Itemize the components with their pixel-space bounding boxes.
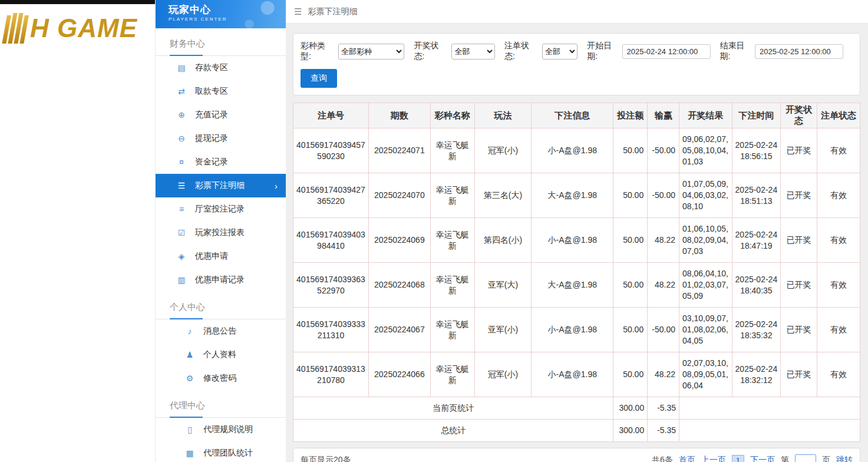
logo-bars-icon: [2, 13, 29, 44]
table-cell: 小-A盘@1.98: [532, 352, 613, 397]
hamburger-menu-icon[interactable]: ☰: [294, 6, 302, 17]
content: 彩种类型: 全部彩种 开奖状态: 全部 注单状态:: [286, 24, 868, 462]
prev-page-link[interactable]: 上一页: [701, 455, 726, 462]
sidebar-section-items: ▤ 存款专区 › ⇄ 取款专区 › ⊕ 充值记录 › ⊖ 提现记录 › ¤ 资金…: [156, 56, 286, 292]
table-cell: 01,06,10,05,08,02,09,04,07,03: [679, 218, 732, 263]
table-cell: 已开奖: [781, 308, 817, 352]
brand-column: H GAME: [0, 0, 156, 462]
summary-row: 总统计300.00-5.35: [293, 420, 860, 442]
table-cell: 48.22: [648, 352, 679, 397]
list-lines-icon: ≡: [177, 204, 186, 214]
table-cell: 2025-02-24 18:56:15: [732, 128, 781, 173]
table-cell: 2025-02-24 18:32:12: [732, 352, 781, 397]
table-cell: 48.22: [648, 263, 679, 308]
first-page-link[interactable]: 首页: [679, 455, 695, 462]
table-cell: 小-A盘@1.98: [532, 218, 613, 263]
chart-icon: ▦: [185, 448, 194, 458]
lottery-type-label: 彩种类型:: [301, 41, 335, 62]
table-cell: 401569174039457590230: [293, 128, 369, 173]
sidebar-item-promo-apply[interactable]: ◈ 优惠申请 ›: [156, 245, 286, 268]
column-header: 注单号: [293, 103, 369, 128]
sidebar-section: 个人中心 ♪ 消息公告 › ♟ 个人资料 › ⚙ 修改密码 ›: [156, 296, 286, 390]
sidebar-item-change-password[interactable]: ⚙ 修改密码 ›: [156, 367, 286, 390]
sidebar-section-items: ♪ 消息公告 › ♟ 个人资料 › ⚙ 修改密码 ›: [156, 319, 286, 390]
sidebar-header: 玩家中心 PLAYERS CENTER: [156, 0, 286, 28]
sidebar-subtitle: PLAYERS CENTER: [169, 16, 286, 22]
sidebar-section: 财务中心 ▤ 存款专区 › ⇄ 取款专区 › ⊕ 充值记录 › ⊖ 提现记录 ›…: [156, 33, 286, 292]
filter-panel: 彩种类型: 全部彩种 开奖状态: 全部 注单状态:: [293, 33, 860, 95]
sidebar-item-lottery-bet-details[interactable]: ☰ 彩票下注明细 ›: [156, 174, 286, 197]
sidebar-item-recharge-records[interactable]: ⊕ 充值记录 ›: [156, 103, 286, 127]
current-page-indicator[interactable]: 1: [732, 455, 744, 462]
jump-link[interactable]: 跳转: [836, 455, 853, 462]
sidebar-item-hall-bet-records[interactable]: ≡ 厅室投注记录 ›: [156, 197, 286, 221]
table-cell: -50.00: [648, 173, 679, 218]
column-header: 彩种名称: [430, 103, 474, 128]
sidebar-item-label: 代理规则说明: [203, 424, 253, 435]
page-title: 彩票下注明细: [308, 6, 357, 17]
sidebar-item-messages[interactable]: ♪ 消息公告 ›: [156, 319, 286, 343]
summary-label: 总统计: [293, 420, 613, 442]
table-cell: 有效: [817, 128, 860, 173]
sidebar-item-deposit-zone[interactable]: ▤ 存款专区 ›: [156, 56, 286, 80]
lottery-type-select[interactable]: 全部彩种: [338, 44, 404, 60]
lottery-type-group: 彩种类型: 全部彩种: [301, 41, 404, 62]
sidebar-item-withdrawal-records[interactable]: ⊖ 提现记录 ›: [156, 127, 286, 150]
table-cell: 已开奖: [781, 263, 817, 308]
table-cell: 20250224068: [368, 263, 430, 308]
table-cell: 01,07,05,09,04,06,03,02,08,10: [679, 173, 732, 218]
sidebar-item-withdraw-zone[interactable]: ⇄ 取款专区 ›: [156, 80, 286, 103]
summary-bet-total: 300.00: [613, 397, 648, 420]
end-date-input[interactable]: [755, 44, 843, 59]
table-cell: 幸运飞艇新: [430, 352, 474, 397]
sidebar-item-agent-rules[interactable]: ▯ 代理规则说明 ›: [156, 418, 286, 441]
table-cell: 小-A盘@1.98: [532, 128, 613, 173]
query-button[interactable]: 查询: [301, 69, 337, 88]
table-cell: 幸运飞艇新: [430, 173, 474, 218]
hand-card-icon: ⇄: [177, 87, 186, 96]
table-cell: 401569174039333211310: [293, 308, 369, 352]
table-cell: 2025-02-24 18:47:19: [732, 218, 781, 263]
end-date-label: 结束日期:: [720, 41, 751, 62]
start-date-group: 开始日期:: [587, 41, 710, 62]
table-cell: 02,07,03,10,08,09,05,01,06,04: [679, 352, 732, 397]
table-cell: -50.00: [648, 308, 679, 352]
table-cell: 已开奖: [781, 218, 817, 263]
table-row: 40156917403942736522020250224070幸运飞艇新第三名…: [293, 173, 860, 218]
document-icon: ▯: [185, 425, 194, 434]
sidebar-item-funds-records[interactable]: ¤ 资金记录 ›: [156, 150, 286, 174]
table-row: 40156917403936352297020250224068幸运飞艇新亚军(…: [293, 263, 860, 308]
sidebar-item-profile[interactable]: ♟ 个人资料 ›: [156, 343, 286, 367]
table-cell: 2025-02-24 18:40:35: [732, 263, 781, 308]
sidebar-section-title: 代理中心: [156, 395, 286, 418]
topbar: ☰ 彩票下注明细: [286, 0, 868, 24]
page-jump-input[interactable]: [795, 454, 816, 462]
order-status-select[interactable]: 全部: [542, 44, 577, 60]
column-header: 开奖结果: [679, 103, 732, 128]
sidebar-item-promo-apply-records[interactable]: ▥ 优惠申请记录 ›: [156, 268, 286, 292]
gift-icon: ◈: [177, 252, 186, 261]
table-cell: 50.00: [613, 218, 648, 263]
sidebar-item-agent-team-stats[interactable]: ▦ 代理团队统计 ›: [156, 441, 286, 462]
sidebar-item-label: 资金记录: [195, 157, 228, 167]
column-header: 注单状态: [817, 103, 860, 128]
start-date-label: 开始日期:: [587, 41, 618, 62]
draw-status-label: 开奖状态:: [414, 41, 448, 62]
draw-status-select[interactable]: 全部: [451, 44, 495, 60]
sidebar-item-player-bet-report[interactable]: ☑ 玩家投注报表 ›: [156, 221, 286, 245]
bet-table: 注单号期数彩种名称玩法下注信息投注额输赢开奖结果下注时间开奖状态注单状态 401…: [293, 103, 860, 442]
hand-box-icon: ⊖: [177, 134, 186, 143]
table-cell: 2025-02-24 18:35:32: [732, 308, 781, 352]
table-cell: 20250224070: [368, 173, 430, 218]
ink-bottle-icon: ⊕: [177, 110, 186, 120]
table-cell: 48.22: [648, 218, 679, 263]
table-row: 40156917403933321131020250224067幸运飞艇新亚军(…: [293, 308, 860, 352]
next-page-link[interactable]: 下一页: [750, 455, 775, 462]
table-cell: -50.00: [648, 128, 679, 173]
sidebar-section: 代理中心 ▯ 代理规则说明 › ▦ 代理团队统计 ›: [156, 395, 286, 462]
start-date-input[interactable]: [622, 44, 711, 59]
table-cell: 2025-02-24 18:51:13: [732, 173, 781, 218]
summary-win-loss: -5.35: [648, 397, 679, 420]
table-cell: 已开奖: [781, 128, 817, 173]
table-cell: 冠军(小): [474, 128, 531, 173]
